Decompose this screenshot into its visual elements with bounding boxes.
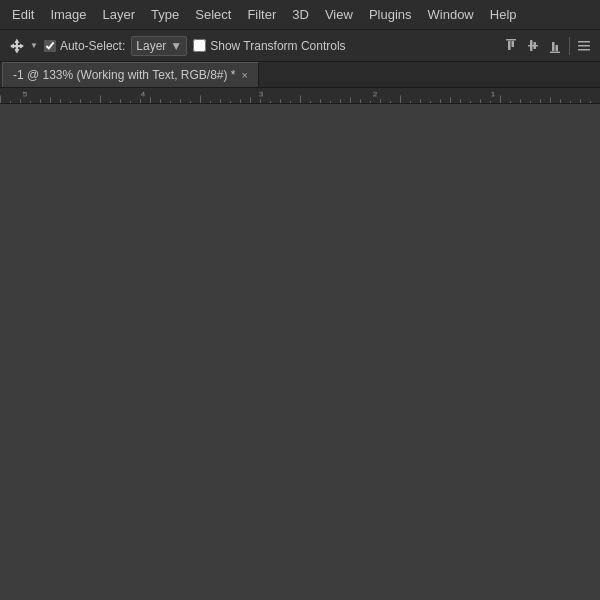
svg-rect-2 (506, 39, 516, 41)
svg-marker-1 (10, 39, 24, 54)
menu-window[interactable]: Window (420, 3, 482, 26)
menu-bar: Edit Image Layer Type Select Filter 3D V… (0, 0, 600, 30)
svg-rect-11 (578, 41, 590, 43)
svg-rect-8 (550, 51, 560, 53)
layer-select[interactable]: Layer ▼ (131, 36, 187, 56)
menu-filter[interactable]: Filter (239, 3, 284, 26)
layer-select-value: Layer (136, 39, 166, 53)
align-top-icon[interactable] (501, 36, 521, 56)
auto-select-group: Auto-Select: (44, 39, 125, 53)
document-tab[interactable]: -1 @ 133% (Working with Text, RGB/8#) * … (2, 62, 259, 87)
auto-select-checkbox[interactable] (44, 40, 56, 52)
svg-rect-7 (534, 42, 537, 49)
ruler-canvas (0, 88, 600, 103)
menu-image[interactable]: Image (42, 3, 94, 26)
options-menu-icon[interactable] (574, 36, 594, 56)
menu-view[interactable]: View (317, 3, 361, 26)
transform-controls-group: Show Transform Controls (193, 39, 345, 53)
auto-select-label: Auto-Select: (60, 39, 125, 53)
svg-rect-9 (552, 42, 555, 51)
menu-plugins[interactable]: Plugins (361, 3, 420, 26)
canvas-area[interactable] (0, 104, 600, 599)
menu-select[interactable]: Select (187, 3, 239, 26)
align-separator (569, 37, 570, 55)
menu-edit[interactable]: Edit (4, 3, 42, 26)
layer-select-chevron: ▼ (170, 39, 182, 53)
align-icons-group (501, 36, 594, 56)
tab-title: -1 @ 133% (Working with Text, RGB/8#) * (13, 68, 236, 82)
svg-rect-5 (528, 45, 538, 47)
menu-type[interactable]: Type (143, 3, 187, 26)
move-tool[interactable]: ▼ (6, 35, 38, 57)
horizontal-ruler (0, 88, 600, 104)
svg-rect-3 (508, 41, 511, 50)
menu-3d[interactable]: 3D (284, 3, 317, 26)
svg-rect-4 (512, 41, 515, 47)
move-tool-icon (6, 35, 28, 57)
show-transform-label: Show Transform Controls (210, 39, 345, 53)
align-bottom-icon[interactable] (545, 36, 565, 56)
svg-rect-13 (578, 49, 590, 51)
svg-rect-6 (530, 40, 533, 51)
tab-bar: -1 @ 133% (Working with Text, RGB/8#) * … (0, 62, 600, 88)
tab-close-button[interactable]: × (242, 70, 248, 81)
svg-rect-10 (556, 45, 559, 51)
show-transform-checkbox[interactable] (193, 39, 206, 52)
move-tool-chevron: ▼ (30, 41, 38, 50)
svg-rect-12 (578, 45, 590, 47)
options-bar: ▼ Auto-Select: Layer ▼ Show Transform Co… (0, 30, 600, 62)
menu-layer[interactable]: Layer (95, 3, 144, 26)
align-center-v-icon[interactable] (523, 36, 543, 56)
menu-help[interactable]: Help (482, 3, 525, 26)
